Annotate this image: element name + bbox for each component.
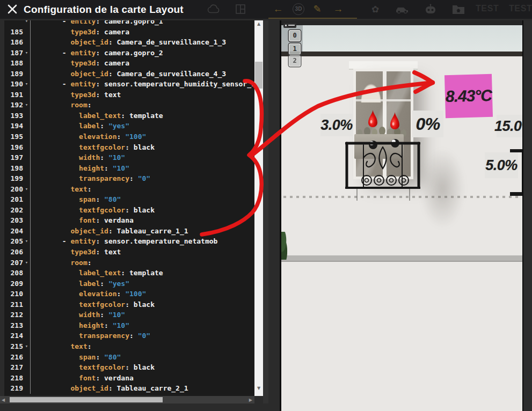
floor-button-0[interactable]: 0 [289, 30, 301, 41]
code-line: 200▾text: [4, 184, 254, 195]
fold-arrow-icon [23, 310, 30, 320]
layout-grid-icon[interactable] [234, 2, 247, 16]
code-line: 208label_text: template [4, 268, 254, 278]
floor-button-1[interactable]: 1 [289, 43, 301, 55]
car-icon[interactable] [395, 2, 409, 16]
fold-arrow-icon [23, 362, 30, 373]
code-line: 189object_id: Camera_de_surveillance_4_3 [4, 69, 254, 79]
code-line: 204object_id: Tableau_carre_1_1 [4, 226, 254, 237]
line-number: 208 [4, 268, 23, 278]
fold-arrow-icon [23, 383, 30, 394]
fold-arrow-icon [23, 373, 30, 384]
humidity-label: 3.0% [320, 114, 353, 136]
test-b-button[interactable]: TEST-B [509, 4, 532, 13]
line-number: 193 [4, 111, 23, 121]
rotate-3d-icon[interactable]: 3D [291, 2, 305, 16]
facade-ledge [281, 255, 522, 262]
viewer-top-strip [281, 20, 532, 25]
line-number: 212 [4, 310, 23, 320]
code-line: 202textfgcolor: black [4, 205, 254, 216]
fold-arrow-icon [23, 163, 30, 174]
flower-icon[interactable]: ✿ [368, 2, 382, 16]
code-line: 209label: "yes" [4, 278, 254, 289]
scroll-right-icon[interactable]: ▶ [249, 398, 252, 402]
yaml-editor[interactable]: ▾- entity: camera.gopro_1185type3d: came… [4, 20, 254, 403]
cloud-icon[interactable] [207, 2, 221, 16]
fold-arrow-icon: ▾ [23, 79, 30, 90]
floor-selector-handle[interactable] [283, 23, 296, 28]
code-line: 207▾room: [4, 258, 254, 268]
planter-plants [355, 129, 358, 133]
fold-arrow-icon [23, 205, 30, 216]
layout-card-config-dialog: Configuration de la carte Layout ← 3D ✎ … [0, 0, 532, 411]
code-line: 194label: "yes" [4, 121, 254, 131]
humidity-label: 0% [412, 111, 443, 137]
water-drop-icon [390, 112, 399, 130]
code-line: ▾- entity: camera.gopro_1 [4, 20, 254, 27]
code-line: 199transparency: "0" [4, 173, 254, 184]
line-number: 218 [4, 373, 23, 384]
fold-arrow-icon [23, 111, 30, 121]
water-drop-icon [368, 110, 377, 128]
3d-floorplan-viewer[interactable]: 0 1 2 [280, 20, 532, 411]
humidity-label: 5.0% [485, 152, 518, 178]
media-folder-icon[interactable] [451, 2, 465, 16]
line-number: 204 [4, 226, 23, 237]
code-line: 215▾text: [4, 341, 254, 352]
fold-arrow-icon: ▾ [23, 184, 30, 195]
close-icon[interactable] [5, 2, 19, 16]
code-line: 187▾- entity: camera.gopro_2 [4, 48, 254, 58]
line-number: 201 [4, 194, 23, 205]
corner-plant [280, 232, 289, 260]
code-line: 210elevation: "100" [4, 289, 254, 299]
code-line: 195elevation: "100" [4, 131, 254, 142]
fold-arrow-icon [23, 58, 30, 69]
test-button[interactable]: TEST [476, 4, 499, 13]
editor-vertical-scrollbar[interactable]: ▲ ▼ [254, 20, 263, 396]
undo-arrow-icon[interactable]: ← [271, 2, 285, 16]
temperature-label: 8.43°C [444, 74, 493, 118]
redo-arrow-icon[interactable]: → [331, 2, 345, 16]
floor-button-2[interactable]: 2 [289, 55, 301, 67]
code-line: 203font: verdana [4, 215, 254, 226]
fold-arrow-icon: ▾ [23, 48, 30, 58]
facade-right-edge [522, 20, 532, 411]
code-line: 196textfgcolor: black [4, 142, 254, 153]
scroll-left-icon[interactable]: ◀ [2, 398, 5, 402]
line-number: 185 [4, 27, 23, 38]
line-number: 206 [4, 247, 23, 258]
scroll-down-icon[interactable]: ▼ [254, 386, 263, 391]
code-line: 186object_id: Camera_de_surveillance_1_3 [4, 37, 254, 48]
editor-horizontal-scrollbar[interactable]: ◀ ▶ [0, 396, 254, 403]
code-line: 218font: verdana [4, 373, 254, 384]
line-number: 189 [4, 69, 23, 79]
line-number: 219 [4, 383, 23, 394]
code-line: 213height: "10" [4, 320, 254, 331]
line-number: 191 [4, 90, 23, 100]
line-number: 197 [4, 152, 23, 163]
fold-arrow-icon: ▾ [23, 236, 30, 247]
vertical-scroll-thumb[interactable] [255, 62, 263, 89]
line-number: 215 [4, 341, 23, 352]
line-number: 211 [4, 299, 23, 310]
fold-arrow-icon [23, 173, 30, 184]
code-line: 211textfgcolor: black [4, 299, 254, 310]
fold-arrow-icon [23, 226, 30, 237]
code-line: 185type3d: camera [4, 27, 254, 38]
fold-arrow-icon [23, 299, 30, 310]
code-line: 193label_text: template [4, 111, 254, 121]
horizontal-scroll-thumb[interactable] [10, 397, 163, 402]
robot-icon[interactable] [424, 2, 438, 16]
panel-gap [263, 20, 268, 403]
fold-arrow-icon: ▾ [23, 341, 30, 352]
pencil-icon[interactable]: ✎ [310, 2, 324, 16]
fold-arrow-icon [23, 90, 30, 100]
line-number [4, 20, 23, 27]
code-line: 198height: "10" [4, 163, 254, 174]
fold-arrow-icon [23, 37, 30, 48]
line-number: 203 [4, 215, 23, 226]
fold-arrow-icon [23, 247, 30, 258]
editor-lines: ▾- entity: camera.gopro_1185type3d: came… [4, 20, 254, 394]
fold-arrow-icon [23, 289, 30, 299]
scroll-up-icon[interactable]: ▲ [254, 21, 263, 26]
